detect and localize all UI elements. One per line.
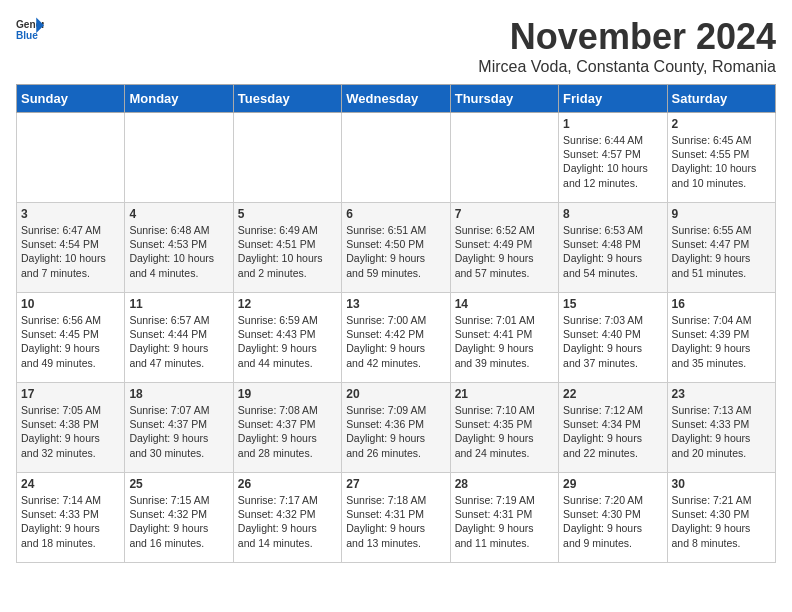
day-info: Sunrise: 7:09 AM bbox=[346, 403, 445, 417]
day-info: Sunrise: 6:49 AM bbox=[238, 223, 337, 237]
calendar-cell: 8Sunrise: 6:53 AMSunset: 4:48 PMDaylight… bbox=[559, 203, 667, 293]
day-info: Daylight: 9 hours bbox=[672, 251, 771, 265]
day-info: Sunset: 4:47 PM bbox=[672, 237, 771, 251]
day-info: and 42 minutes. bbox=[346, 356, 445, 370]
day-info: Daylight: 10 hours bbox=[21, 251, 120, 265]
day-info: Daylight: 10 hours bbox=[129, 251, 228, 265]
day-info: Daylight: 9 hours bbox=[129, 521, 228, 535]
day-info: Daylight: 9 hours bbox=[21, 431, 120, 445]
day-number: 20 bbox=[346, 387, 445, 401]
day-info: and 18 minutes. bbox=[21, 536, 120, 550]
week-row-4: 17Sunrise: 7:05 AMSunset: 4:38 PMDayligh… bbox=[17, 383, 776, 473]
weekday-tuesday: Tuesday bbox=[233, 85, 341, 113]
day-info: Sunset: 4:50 PM bbox=[346, 237, 445, 251]
day-info: Daylight: 9 hours bbox=[563, 251, 662, 265]
calendar-cell: 12Sunrise: 6:59 AMSunset: 4:43 PMDayligh… bbox=[233, 293, 341, 383]
day-info: Sunset: 4:33 PM bbox=[672, 417, 771, 431]
month-title: November 2024 bbox=[478, 16, 776, 58]
day-info: Sunrise: 7:20 AM bbox=[563, 493, 662, 507]
calendar-cell bbox=[125, 113, 233, 203]
day-info: Sunset: 4:40 PM bbox=[563, 327, 662, 341]
day-number: 8 bbox=[563, 207, 662, 221]
day-info: Sunrise: 7:19 AM bbox=[455, 493, 554, 507]
day-number: 21 bbox=[455, 387, 554, 401]
header: General Blue November 2024 Mircea Voda, … bbox=[16, 16, 776, 76]
day-info: Sunrise: 7:07 AM bbox=[129, 403, 228, 417]
calendar-cell: 5Sunrise: 6:49 AMSunset: 4:51 PMDaylight… bbox=[233, 203, 341, 293]
day-info: Sunrise: 6:52 AM bbox=[455, 223, 554, 237]
day-info: Sunrise: 7:14 AM bbox=[21, 493, 120, 507]
day-info: Sunset: 4:31 PM bbox=[455, 507, 554, 521]
day-info: Sunset: 4:44 PM bbox=[129, 327, 228, 341]
calendar-cell: 22Sunrise: 7:12 AMSunset: 4:34 PMDayligh… bbox=[559, 383, 667, 473]
weekday-friday: Friday bbox=[559, 85, 667, 113]
day-info: Sunset: 4:30 PM bbox=[563, 507, 662, 521]
calendar-cell: 3Sunrise: 6:47 AMSunset: 4:54 PMDaylight… bbox=[17, 203, 125, 293]
day-number: 29 bbox=[563, 477, 662, 491]
day-number: 16 bbox=[672, 297, 771, 311]
day-number: 26 bbox=[238, 477, 337, 491]
day-info: and 28 minutes. bbox=[238, 446, 337, 460]
calendar-cell: 9Sunrise: 6:55 AMSunset: 4:47 PMDaylight… bbox=[667, 203, 775, 293]
day-info: Sunset: 4:33 PM bbox=[21, 507, 120, 521]
day-info: and 32 minutes. bbox=[21, 446, 120, 460]
day-info: Sunrise: 7:00 AM bbox=[346, 313, 445, 327]
calendar-cell: 27Sunrise: 7:18 AMSunset: 4:31 PMDayligh… bbox=[342, 473, 450, 563]
logo: General Blue bbox=[16, 16, 44, 44]
day-info: Sunrise: 7:21 AM bbox=[672, 493, 771, 507]
calendar: SundayMondayTuesdayWednesdayThursdayFrid… bbox=[16, 84, 776, 563]
day-info: Sunset: 4:30 PM bbox=[672, 507, 771, 521]
day-info: Daylight: 9 hours bbox=[21, 521, 120, 535]
day-number: 24 bbox=[21, 477, 120, 491]
day-info: and 24 minutes. bbox=[455, 446, 554, 460]
day-info: Sunset: 4:53 PM bbox=[129, 237, 228, 251]
day-info: Daylight: 9 hours bbox=[672, 521, 771, 535]
day-info: Sunset: 4:38 PM bbox=[21, 417, 120, 431]
day-info: Sunset: 4:45 PM bbox=[21, 327, 120, 341]
day-info: and 14 minutes. bbox=[238, 536, 337, 550]
calendar-cell bbox=[17, 113, 125, 203]
day-number: 22 bbox=[563, 387, 662, 401]
weekday-monday: Monday bbox=[125, 85, 233, 113]
day-info: and 10 minutes. bbox=[672, 176, 771, 190]
day-number: 17 bbox=[21, 387, 120, 401]
calendar-cell: 28Sunrise: 7:19 AMSunset: 4:31 PMDayligh… bbox=[450, 473, 558, 563]
day-info: Sunrise: 7:05 AM bbox=[21, 403, 120, 417]
day-info: Sunrise: 7:10 AM bbox=[455, 403, 554, 417]
day-number: 14 bbox=[455, 297, 554, 311]
logo-icon: General Blue bbox=[16, 16, 44, 44]
calendar-cell: 2Sunrise: 6:45 AMSunset: 4:55 PMDaylight… bbox=[667, 113, 775, 203]
day-info: and 26 minutes. bbox=[346, 446, 445, 460]
day-number: 30 bbox=[672, 477, 771, 491]
day-info: Sunset: 4:48 PM bbox=[563, 237, 662, 251]
calendar-cell: 10Sunrise: 6:56 AMSunset: 4:45 PMDayligh… bbox=[17, 293, 125, 383]
calendar-cell: 19Sunrise: 7:08 AMSunset: 4:37 PMDayligh… bbox=[233, 383, 341, 473]
day-info: Sunset: 4:57 PM bbox=[563, 147, 662, 161]
day-info: Sunrise: 6:51 AM bbox=[346, 223, 445, 237]
calendar-cell: 14Sunrise: 7:01 AMSunset: 4:41 PMDayligh… bbox=[450, 293, 558, 383]
day-info: and 30 minutes. bbox=[129, 446, 228, 460]
calendar-cell: 25Sunrise: 7:15 AMSunset: 4:32 PMDayligh… bbox=[125, 473, 233, 563]
day-info: Daylight: 9 hours bbox=[672, 341, 771, 355]
day-info: and 47 minutes. bbox=[129, 356, 228, 370]
day-info: Sunset: 4:41 PM bbox=[455, 327, 554, 341]
calendar-cell: 4Sunrise: 6:48 AMSunset: 4:53 PMDaylight… bbox=[125, 203, 233, 293]
day-info: and 20 minutes. bbox=[672, 446, 771, 460]
day-number: 15 bbox=[563, 297, 662, 311]
weekday-header: SundayMondayTuesdayWednesdayThursdayFrid… bbox=[17, 85, 776, 113]
day-info: Sunrise: 6:44 AM bbox=[563, 133, 662, 147]
calendar-cell: 13Sunrise: 7:00 AMSunset: 4:42 PMDayligh… bbox=[342, 293, 450, 383]
day-info: Daylight: 9 hours bbox=[455, 431, 554, 445]
week-row-5: 24Sunrise: 7:14 AMSunset: 4:33 PMDayligh… bbox=[17, 473, 776, 563]
day-info: Sunrise: 6:47 AM bbox=[21, 223, 120, 237]
day-info: Daylight: 9 hours bbox=[238, 341, 337, 355]
calendar-cell bbox=[342, 113, 450, 203]
day-info: and 8 minutes. bbox=[672, 536, 771, 550]
calendar-cell: 23Sunrise: 7:13 AMSunset: 4:33 PMDayligh… bbox=[667, 383, 775, 473]
calendar-cell: 21Sunrise: 7:10 AMSunset: 4:35 PMDayligh… bbox=[450, 383, 558, 473]
subtitle: Mircea Voda, Constanta County, Romania bbox=[478, 58, 776, 76]
day-number: 9 bbox=[672, 207, 771, 221]
day-info: and 16 minutes. bbox=[129, 536, 228, 550]
day-info: Daylight: 10 hours bbox=[238, 251, 337, 265]
title-area: November 2024 Mircea Voda, Constanta Cou… bbox=[478, 16, 776, 76]
